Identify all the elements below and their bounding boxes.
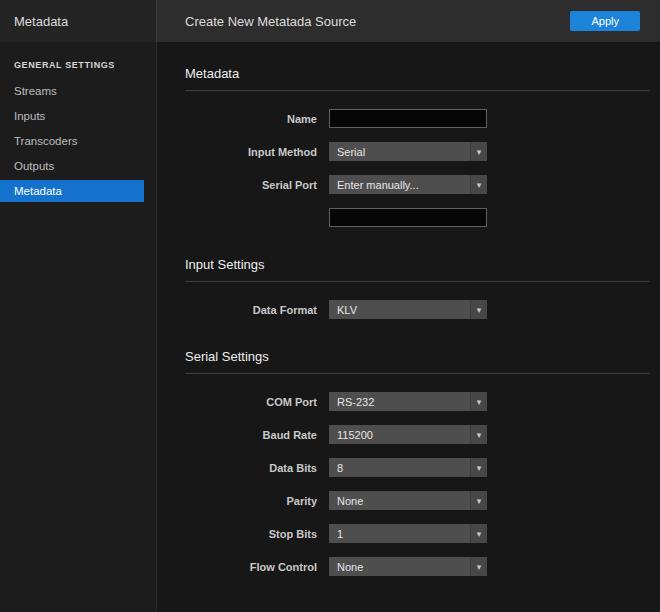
field-label-serial-port: Serial Port [185,179,317,191]
field-label-flow-control: Flow Control [185,561,317,573]
select-value: 1 [337,528,470,540]
select-value: Enter manually... [337,179,470,191]
form-row-name: Name [185,109,650,128]
app-window: Metadata Create New Metatada Source Appl… [0,0,660,612]
section-title-metadata: Metadata [185,66,650,91]
field-label-data-format: Data Format [185,304,317,316]
section-title-input-settings: Input Settings [185,257,650,282]
form-row-flow-control: Flow Control None ▾ [185,557,650,576]
form-row-com-port: COM Port RS-232 ▾ [185,392,650,411]
field-label-com-port: COM Port [185,396,317,408]
field-label-baud-rate: Baud Rate [185,429,317,441]
data-bits-select[interactable]: 8 ▾ [329,458,487,477]
chevron-down-icon: ▾ [470,524,487,543]
field-label-name: Name [185,113,317,125]
form-row-parity: Parity None ▾ [185,491,650,510]
form-row-serial-port-manual [185,208,650,227]
select-value: KLV [337,304,470,316]
name-input[interactable] [329,109,487,128]
chevron-down-icon: ▾ [470,491,487,510]
sidebar-section-label: GENERAL SETTINGS [0,46,156,80]
field-label-input-method: Input Method [185,146,317,158]
chevron-down-icon: ▾ [470,300,487,319]
header-bar: Metadata Create New Metatada Source Appl… [0,0,660,42]
section-title-serial-settings: Serial Settings [185,349,650,374]
sidebar-item-inputs[interactable]: Inputs [0,105,144,127]
form-row-data-format: Data Format KLV ▾ [185,300,650,319]
app-title: Metadata [14,14,68,29]
page-title: Create New Metatada Source [185,14,356,29]
input-method-select[interactable]: Serial ▾ [329,142,487,161]
sidebar: GENERAL SETTINGS Streams Inputs Transcod… [0,42,157,612]
select-value: Serial [337,146,470,158]
section-serial-settings: Serial Settings COM Port RS-232 ▾ Baud R… [185,349,650,576]
apply-button[interactable]: Apply [570,11,640,31]
sidebar-item-streams[interactable]: Streams [0,80,144,102]
data-format-select[interactable]: KLV ▾ [329,300,487,319]
serial-port-manual-input[interactable] [329,208,487,227]
field-label-data-bits: Data Bits [185,462,317,474]
form-row-baud-rate: Baud Rate 115200 ▾ [185,425,650,444]
header-main: Create New Metatada Source Apply [157,0,660,42]
sidebar-item-transcoders[interactable]: Transcoders [0,130,144,152]
select-value: 8 [337,462,470,474]
select-value: None [337,561,470,573]
flow-control-select[interactable]: None ▾ [329,557,487,576]
baud-rate-select[interactable]: 115200 ▾ [329,425,487,444]
main-content: Metadata Name Input Method Serial ▾ Seri… [157,42,660,612]
section-metadata: Metadata Name Input Method Serial ▾ Seri… [185,66,650,227]
form-row-input-method: Input Method Serial ▾ [185,142,650,161]
form-row-serial-port: Serial Port Enter manually... ▾ [185,175,650,194]
com-port-select[interactable]: RS-232 ▾ [329,392,487,411]
form-row-data-bits: Data Bits 8 ▾ [185,458,650,477]
field-label-parity: Parity [185,495,317,507]
chevron-down-icon: ▾ [470,175,487,194]
chevron-down-icon: ▾ [470,142,487,161]
chevron-down-icon: ▾ [470,425,487,444]
select-value: RS-232 [337,396,470,408]
field-label-stop-bits: Stop Bits [185,528,317,540]
chevron-down-icon: ▾ [470,392,487,411]
form-row-stop-bits: Stop Bits 1 ▾ [185,524,650,543]
parity-select[interactable]: None ▾ [329,491,487,510]
header-left: Metadata [0,0,157,42]
select-value: 115200 [337,429,470,441]
chevron-down-icon: ▾ [470,458,487,477]
select-value: None [337,495,470,507]
section-input-settings: Input Settings Data Format KLV ▾ [185,257,650,319]
body-area: GENERAL SETTINGS Streams Inputs Transcod… [0,42,660,612]
stop-bits-select[interactable]: 1 ▾ [329,524,487,543]
chevron-down-icon: ▾ [470,557,487,576]
sidebar-item-outputs[interactable]: Outputs [0,155,144,177]
sidebar-item-metadata[interactable]: Metadata [0,180,144,202]
serial-port-select[interactable]: Enter manually... ▾ [329,175,487,194]
